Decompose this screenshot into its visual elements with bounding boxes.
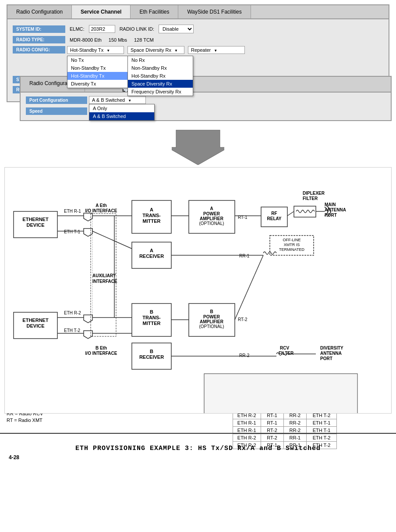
port-dropdown-menu: A Only A & B Switched: [89, 104, 155, 121]
b-eth-io-label: B Eth: [95, 346, 107, 350]
combinations-bg: [204, 374, 357, 413]
speed-value1: 150 Mbs: [106, 36, 130, 43]
ethernet-device-2-label2: DEVICE: [27, 323, 45, 328]
port-dropdown-container: A & B Switched ▼ A Only A & B Switched: [89, 96, 146, 104]
footer-section: ETH PROVISIONING EXAMPLE 3: HS Tx/SD Rx/…: [0, 433, 396, 461]
diversity-label3: PORT: [320, 356, 332, 361]
dropdown3[interactable]: Repeater ▼: [188, 46, 245, 54]
b-eth-io-label2: I/O INTERFACE: [85, 351, 117, 356]
speed-value2: 128 TCM: [131, 36, 156, 43]
radio-link-id-label: RADIO LINK ID:: [117, 25, 157, 32]
port-item-1[interactable]: A & B Switched: [89, 112, 154, 120]
radio-config-label: RADIO CONFIG:: [13, 46, 65, 54]
rr2-label: RR-2: [239, 353, 250, 358]
eth-t2-label: ETH T-2: [64, 328, 80, 333]
elmc-label: ELMC:: [67, 25, 87, 32]
dropdown2-item-1[interactable]: Non-Standby Rx: [128, 64, 193, 72]
dropdown3-arrow: ▼: [214, 49, 217, 53]
dropdown2-item-3[interactable]: Space Diversity Rx: [128, 80, 193, 88]
line-bpower-rfrelay: [235, 255, 263, 320]
radio-type-row: RADIO TYPE: MDR-8000 Eth 150 Mbs 128 TCM: [13, 36, 383, 43]
b-trans-label2: TRANS-: [142, 315, 161, 320]
b-pwr-label4: (OPTIONAL): [199, 324, 224, 329]
b-trans-label3: MITTER: [143, 321, 161, 326]
auxiliary-label1: AUXILIARY: [92, 273, 116, 278]
a-pwr-label2: POWER: [203, 211, 220, 216]
dropdown2-item-4[interactable]: Frequency Diversity Rx: [128, 88, 193, 96]
rr1-label: RR-1: [239, 254, 250, 258]
dropdown2-arrow: ▼: [174, 49, 178, 53]
footer-title: ETH PROVISIONING EXAMPLE 3: HS Tx/SD Rx/…: [0, 445, 396, 452]
offline-label2: XMTR IS: [284, 243, 300, 247]
main-antenna-label3: PORT: [325, 213, 337, 218]
b-pwr-label3: AMPLIFIER: [200, 319, 224, 324]
a-eth-io-label: A Eth: [95, 203, 107, 208]
a-receiver-label2: RECEIVER: [139, 254, 164, 259]
line-rfrelay-diplexer: [287, 211, 294, 216]
diagram-svg: ETHERNET DEVICE ETH R-1 ETH T-1 A Eth I/…: [5, 168, 386, 413]
ethernet-device-2-label: ETHERNET: [22, 318, 49, 323]
main-antenna-label1: MAIN: [325, 202, 336, 207]
ethernet-device-1-label2: DEVICE: [27, 222, 45, 228]
b-receiver-label2: RECEIVER: [139, 354, 164, 360]
a-pwr-label4: (OPTIONAL): [199, 221, 224, 226]
panel-2-content: Port Configuration A & B Switched ▼ A On…: [21, 93, 391, 120]
auxiliary-label2: INTERFACE: [92, 279, 117, 284]
radio-config-row: RADIO CONFIG: Hot-Standby Tx ▼ No Tx Non…: [13, 46, 383, 54]
radio-link-id-select[interactable]: Disable: [159, 25, 194, 33]
line-t1-to-areceiver: [92, 231, 132, 249]
tab-wayside[interactable]: WaySide DS1 Facilities: [178, 5, 251, 18]
eth-r1-label: ETH R-1: [64, 209, 81, 214]
ethernet-device-1-label: ETHERNET: [22, 217, 49, 222]
radio-type-value: MDR-8000 Eth: [67, 36, 104, 43]
dropdown2-item-2[interactable]: Hot-Standby Rx: [128, 72, 193, 80]
tab-radio-config[interactable]: Radio Configuration: [7, 5, 72, 18]
port-item-0[interactable]: A Only: [89, 104, 154, 112]
dropdown1-arrow: ▼: [106, 49, 110, 53]
a-trans-label1: A: [150, 207, 153, 212]
eth-t1-label: ETH T-1: [64, 229, 80, 234]
port-dropdown-arrow: ▼: [128, 99, 131, 103]
b-pwr-label1: B: [210, 309, 213, 314]
arrow-container: [172, 130, 224, 165]
b-trans-label1: B: [150, 309, 153, 314]
dropdown1-item-0[interactable]: No Tx: [67, 56, 132, 64]
rcv-filter-label1: RCV: [280, 346, 289, 350]
dropdown2-item-0[interactable]: No Rx: [128, 56, 193, 64]
dropdown2-menu: No Rx Non-Standby Rx Hot-Standby Rx Spac…: [127, 56, 193, 96]
dropdown1-item-3[interactable]: Diversity Tx: [67, 80, 132, 88]
dropdown1[interactable]: Hot-Standby Tx ▼: [67, 46, 124, 54]
page-number: 4-28: [9, 454, 396, 461]
a-pwr-label3: AMPLIFIER: [200, 216, 224, 221]
rt2-label: RT-2: [238, 317, 248, 322]
port-dropdown[interactable]: A & B Switched ▼: [89, 96, 146, 104]
dropdown1-container: Hot-Standby Tx ▼ No Tx Non-Standby Tx Ho…: [67, 46, 124, 54]
switch-r2: [84, 315, 92, 323]
tab-bar-1: Radio Configuration Service Channel Eth …: [7, 5, 389, 19]
tab-service-channel[interactable]: Service Channel: [72, 5, 131, 18]
diplexer-box: [294, 206, 316, 217]
diplexer-symbol: [296, 210, 315, 213]
dropdown1-menu: No Tx Non-Standby Tx Hot-Standby Tx Dive…: [67, 56, 133, 88]
speed-label: Speed: [26, 107, 87, 115]
eth-r2-label: ETH R-2: [64, 311, 81, 315]
system-id-row: SYSTEM ID: ELMC: RADIO LINK ID: Disable: [13, 25, 383, 33]
switch-r1: [84, 213, 92, 221]
diversity-label1: DIVERSITY: [320, 346, 343, 350]
diversity-label2: ANTENNA: [320, 351, 342, 356]
b-receiver-label1: B: [150, 349, 153, 354]
offline-label3: TERMINATED: [279, 247, 304, 252]
switch-t2: [84, 331, 92, 339]
arrow-section: [0, 130, 396, 165]
a-pwr-label1: A: [210, 206, 213, 211]
a-receiver-label1: A: [150, 248, 153, 253]
legend-rt: RT = Radio XMT: [7, 418, 56, 423]
elmc-input[interactable]: [89, 25, 115, 33]
offline-label1: OFF-LINE: [283, 238, 301, 242]
dropdown1-item-1[interactable]: Non-Standby Tx: [67, 64, 132, 72]
dropdown1-item-2[interactable]: Hot-Standby Tx: [67, 72, 132, 80]
dropdown3-container: Repeater ▼: [188, 46, 245, 54]
tab-eth-facilities[interactable]: Eth Facilities: [131, 5, 178, 18]
dropdown2[interactable]: Space Diversity Rx ▼: [127, 46, 184, 54]
a-eth-io-label2: I/O INTERFACE: [85, 208, 117, 213]
